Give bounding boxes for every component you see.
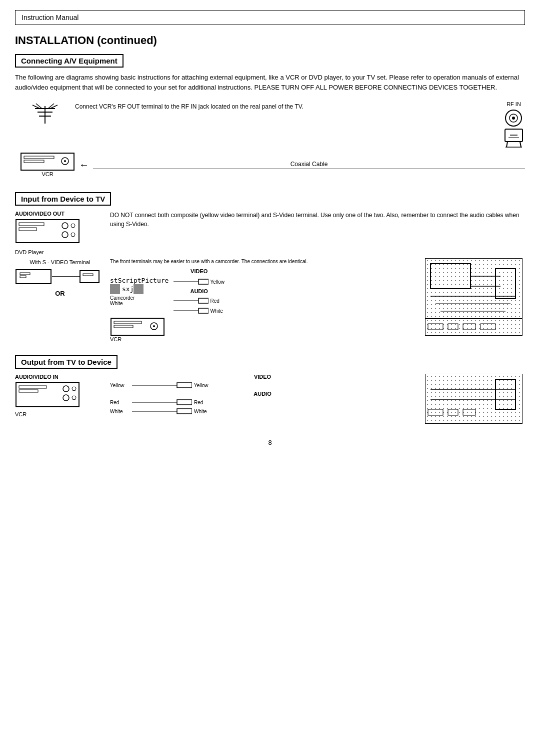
rf-vcr-diagram: Connect VCR's RF OUT terminal to the RF … bbox=[15, 101, 525, 177]
output-dotted-diagram bbox=[425, 374, 525, 424]
svg-point-64 bbox=[63, 395, 69, 401]
av-in-label: AUDIO/VIDEO IN bbox=[15, 374, 105, 380]
output-audio-label: AUDIO bbox=[110, 391, 415, 397]
camcorder-label: Camcorder bbox=[110, 295, 134, 301]
output-main-row: AUDIO/VIDEO IN VCR VIDEO Yellow bbox=[15, 374, 525, 424]
input-device-section: AUDIO/VIDEO OUT DO NOT connect both comp… bbox=[15, 211, 525, 342]
vcr-box-top bbox=[20, 152, 75, 171]
svg-rect-43 bbox=[114, 325, 133, 328]
vcr2-area: VCR bbox=[110, 317, 420, 342]
page-main-title: INSTALLATION (continued) bbox=[15, 34, 525, 47]
cable-connections: VIDEO Yellow AUDIO bbox=[174, 268, 224, 314]
output-cables: VIDEO Yellow Yellow AUDIO Red Red bbox=[110, 374, 415, 415]
svg-point-21 bbox=[64, 160, 66, 162]
svg-rect-19 bbox=[24, 160, 44, 163]
svg-point-63 bbox=[63, 386, 69, 392]
output-device-section-box: Output from TV to Device bbox=[15, 355, 118, 369]
vcr-output-label: VCR bbox=[15, 411, 105, 417]
intro-paragraph: The following are diagrams showing basic… bbox=[15, 73, 525, 92]
red-cable-row: Red bbox=[174, 297, 224, 304]
output-red2-label: Red bbox=[194, 400, 203, 405]
output-video-label: VIDEO bbox=[110, 374, 415, 380]
output-white2-label: White bbox=[194, 409, 207, 414]
svg-point-65 bbox=[72, 387, 76, 391]
white-label2: White bbox=[210, 308, 223, 314]
front-terminal-note: The front terminals may be easier to use… bbox=[110, 258, 420, 265]
svg-point-26 bbox=[62, 232, 68, 238]
output-red-cable-svg bbox=[132, 399, 192, 406]
svg-rect-22 bbox=[16, 220, 79, 243]
output-video-cable-svg bbox=[132, 382, 192, 389]
svg-rect-17 bbox=[21, 153, 74, 170]
audio-section-label: AUDIO bbox=[174, 288, 224, 294]
connecting-av-section-box: Connecting A/V Equipment bbox=[15, 54, 124, 68]
gray-block-icon2 bbox=[134, 284, 144, 294]
svideo-connector bbox=[15, 269, 100, 285]
gray-block-icon bbox=[110, 284, 120, 294]
vcr-box-2 bbox=[110, 317, 165, 336]
camcorder-area: stScriptPicture sxj Camcorder White VIDE… bbox=[110, 268, 420, 314]
yellow-label: Yellow bbox=[210, 279, 224, 285]
svg-rect-40 bbox=[198, 308, 208, 313]
rf-in-label: RF IN bbox=[506, 101, 521, 107]
svg-rect-74 bbox=[426, 374, 522, 423]
output-white1-label: White bbox=[110, 409, 130, 414]
output-yellow2-label: Yellow bbox=[194, 383, 208, 388]
antenna-icon bbox=[30, 101, 60, 126]
red-cable-svg bbox=[174, 297, 208, 304]
sxj-label: sxj bbox=[122, 285, 134, 293]
white-label-camcorder: White bbox=[110, 301, 123, 306]
do-not-connect-text: DO NOT connect both composite (yellow vi… bbox=[105, 211, 525, 229]
output-red1-label: Red bbox=[110, 400, 130, 405]
svg-rect-61 bbox=[19, 386, 46, 388]
output-dotted-diagram-svg bbox=[426, 374, 522, 423]
svg-rect-70 bbox=[177, 400, 192, 405]
svg-rect-62 bbox=[19, 390, 38, 392]
white-cable-svg bbox=[174, 307, 208, 314]
svg-point-25 bbox=[62, 223, 68, 229]
page-number: 8 bbox=[15, 439, 525, 446]
svg-line-12 bbox=[506, 142, 508, 147]
middle-connections: The front terminals may be easier to use… bbox=[105, 258, 420, 342]
svg-rect-18 bbox=[24, 156, 54, 159]
svg-point-27 bbox=[71, 224, 75, 228]
coax-line bbox=[93, 169, 525, 169]
rf-in-area: RF IN bbox=[502, 101, 525, 148]
rf-in-symbol bbox=[502, 108, 525, 128]
input-device-section-box: Input from Device to TV bbox=[15, 192, 111, 206]
dotted-diagram-svg bbox=[426, 259, 522, 335]
tv-icon bbox=[502, 128, 525, 148]
or-label: OR bbox=[15, 289, 105, 299]
svg-point-66 bbox=[72, 396, 76, 400]
output-white-cable-row: White White bbox=[110, 408, 415, 415]
coaxial-label: Coaxial Cable bbox=[290, 161, 328, 168]
vcr-label-top: VCR bbox=[42, 171, 53, 177]
svg-point-45 bbox=[153, 325, 155, 327]
white-cable-row: White bbox=[174, 307, 224, 314]
av-out-label: AUDIO/VIDEO OUT bbox=[15, 211, 105, 217]
front-terminal-text-area: With S - VIDEO Terminal OR bbox=[15, 258, 105, 301]
svg-rect-33 bbox=[80, 271, 99, 283]
svg-rect-72 bbox=[177, 409, 192, 414]
video-cable-svg bbox=[174, 278, 208, 285]
output-device-label: Output from TV to Device bbox=[21, 358, 112, 366]
svg-point-10 bbox=[512, 117, 515, 120]
input-device-label: Input from Device to TV bbox=[21, 195, 105, 203]
manual-header-box: Instruction Manual bbox=[15, 10, 525, 25]
av-in-area: AUDIO/VIDEO IN VCR bbox=[15, 374, 105, 417]
svg-rect-42 bbox=[114, 321, 142, 324]
red-label: Red bbox=[210, 298, 219, 304]
svideo-section: With S - VIDEO Terminal OR The front ter… bbox=[15, 258, 525, 342]
av-out-connector bbox=[15, 219, 80, 244]
svg-rect-24 bbox=[19, 228, 36, 231]
output-yellow1-label: Yellow bbox=[110, 383, 130, 388]
svg-rect-68 bbox=[177, 383, 192, 388]
svg-rect-23 bbox=[19, 223, 44, 226]
svg-line-13 bbox=[520, 142, 521, 147]
video-cable-row: Yellow bbox=[174, 278, 224, 285]
rf-connect-text: Connect VCR's RF OUT terminal to the RF … bbox=[75, 101, 492, 110]
av-out-area: AUDIO/VIDEO OUT bbox=[15, 211, 105, 245]
svg-rect-30 bbox=[20, 273, 30, 275]
dvd-player-label: DVD Player bbox=[15, 249, 525, 255]
svg-rect-41 bbox=[111, 318, 164, 335]
